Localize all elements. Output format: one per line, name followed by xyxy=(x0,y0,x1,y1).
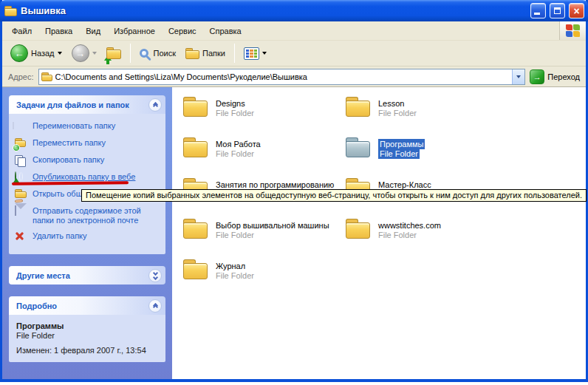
go-button[interactable]: → Переход xyxy=(530,69,580,84)
address-dropdown-button[interactable] xyxy=(512,69,524,84)
task-publish-folder-to-web[interactable]: Опубликовать папку в вебе xyxy=(15,172,163,183)
views-button[interactable] xyxy=(240,46,270,61)
other-places-panel: Другие места xyxy=(9,266,165,285)
folder-icon xyxy=(182,137,208,158)
close-icon: × xyxy=(573,6,579,16)
address-folder-icon xyxy=(41,72,52,81)
details-item-modified: Изменен: 1 февраля 2007 г., 13:54 xyxy=(16,346,158,355)
task-label[interactable]: Удалить папку xyxy=(33,231,87,241)
close-button[interactable]: × xyxy=(569,3,584,18)
task-label[interactable]: Переименовать папку xyxy=(33,121,115,131)
folders-label: Папки xyxy=(202,49,225,58)
folder-name: Мастер-Класс xyxy=(378,180,431,190)
folder-name: wwwstitches.com xyxy=(378,220,441,231)
folder-icon-selected xyxy=(345,137,371,158)
folder-name: Журнал xyxy=(216,261,254,271)
standard-toolbar: ← Назад → Поиск Папки xyxy=(2,41,586,67)
search-icon xyxy=(140,49,148,58)
task-delete-folder[interactable]: Удалить папку xyxy=(15,231,163,242)
back-label: Назад xyxy=(31,49,55,58)
folder-item-wwwstitches[interactable]: wwwstitches.comFile Folder xyxy=(345,219,586,259)
folders-button[interactable]: Папки xyxy=(182,47,229,61)
menu-edit[interactable]: Правка xyxy=(38,27,79,35)
details-panel: Подробно Программы File Folder Изменен: … xyxy=(9,296,165,362)
content-area: Задачи для файлов и папок Переименовать … xyxy=(2,87,586,379)
toolbar-separator xyxy=(234,44,235,63)
folder-icon xyxy=(182,97,208,117)
folder-item-vybor-mashiny[interactable]: Выбор вышивальной машиныFile Folder xyxy=(182,219,345,259)
task-pane: Задачи для файлов и папок Переименовать … xyxy=(2,87,172,379)
windows-logo-icon xyxy=(566,24,580,37)
task-email-folder[interactable]: Отправить содержимое этой папки по элект… xyxy=(15,206,163,225)
menu-tools[interactable]: Сервис xyxy=(162,27,203,35)
back-button[interactable]: ← Назад xyxy=(7,43,66,64)
file-list-area[interactable]: DesignsFile Folder Моя РаботаFile Folder… xyxy=(172,87,586,379)
details-item-name: Программы xyxy=(16,321,158,330)
move-folder-icon: → xyxy=(15,138,27,149)
details-item-type: File Folder xyxy=(16,331,158,340)
folder-icon xyxy=(182,259,208,280)
forward-button[interactable]: → xyxy=(68,43,100,64)
address-input[interactable]: C:\Documents and Settings\Liza\My Docume… xyxy=(38,69,526,85)
menu-favorites[interactable]: Избранное xyxy=(107,27,162,35)
up-button[interactable] xyxy=(103,46,125,61)
folder-type: File Folder xyxy=(216,231,329,240)
folder-item-programmy-selected[interactable]: ПрограммыFile Folder xyxy=(345,137,586,178)
address-value[interactable]: C:\Documents and Settings\Liza\My Docume… xyxy=(55,72,510,81)
collapse-button[interactable] xyxy=(148,299,162,313)
file-tasks-title: Задачи для файлов и папок xyxy=(16,100,129,109)
other-places-title: Другие места xyxy=(16,271,70,280)
task-label[interactable]: Опубликовать папку в вебе xyxy=(33,172,135,182)
task-label[interactable]: Отправить содержимое этой папки по элект… xyxy=(33,206,145,225)
tooltip: Помещение копий выбранных элементов на о… xyxy=(81,189,587,202)
menu-view[interactable]: Вид xyxy=(79,27,107,35)
details-body: Программы File Folder Изменен: 1 февраля… xyxy=(9,315,165,362)
task-label[interactable]: Скопировать папку xyxy=(33,155,104,165)
file-tasks-panel: Задачи для файлов и папок Переименовать … xyxy=(9,95,165,254)
go-icon: → xyxy=(530,69,544,84)
delete-icon xyxy=(15,231,27,242)
folder-type: File Folder xyxy=(216,149,261,159)
task-label[interactable]: Переместить папку xyxy=(33,138,106,148)
minimize-icon xyxy=(534,13,540,15)
folder-item-zhurnal[interactable]: ЖурналFile Folder xyxy=(182,259,345,300)
task-move-folder[interactable]: → Переместить папку xyxy=(15,138,163,149)
window-folder-icon xyxy=(4,6,17,16)
folder-name: Designs xyxy=(216,98,254,109)
menu-file[interactable]: Файл xyxy=(5,27,38,35)
back-dropdown-icon[interactable] xyxy=(58,52,62,55)
folder-item-moya-rabota[interactable]: Моя РаботаFile Folder xyxy=(182,137,345,178)
views-dropdown-icon[interactable] xyxy=(262,52,267,55)
menu-bar: Файл Правка Вид Избранное Сервис Справка xyxy=(2,21,586,41)
forward-icon: → xyxy=(72,44,89,62)
minimize-button[interactable] xyxy=(530,3,546,18)
collapse-button[interactable] xyxy=(148,98,162,112)
folder-item-designs[interactable]: DesignsFile Folder xyxy=(182,97,345,137)
task-copy-folder[interactable]: Скопировать папку xyxy=(15,155,163,166)
folder-name: Моя Работа xyxy=(216,139,261,149)
title-bar[interactable]: Вышивка × xyxy=(0,0,588,21)
copy-icon xyxy=(15,155,27,166)
search-label: Поиск xyxy=(154,49,176,58)
window-title: Вышивка xyxy=(21,5,527,16)
search-button[interactable]: Поиск xyxy=(136,47,180,59)
views-icon xyxy=(244,47,259,60)
maximize-button[interactable] xyxy=(550,3,565,18)
rename-icon xyxy=(15,121,27,132)
expand-button[interactable] xyxy=(148,269,162,282)
address-bar: Адрес: C:\Documents and Settings\Liza\My… xyxy=(2,67,586,87)
folders-icon xyxy=(185,48,199,59)
folder-type: File Folder xyxy=(216,271,254,281)
folder-name: Программы xyxy=(378,139,425,149)
email-icon xyxy=(15,206,27,217)
details-header[interactable]: Подробно xyxy=(9,296,165,315)
file-tasks-header[interactable]: Задачи для файлов и папок xyxy=(9,95,165,114)
folder-item-lesson[interactable]: LessonFile Folder xyxy=(345,97,586,137)
forward-dropdown-icon xyxy=(92,52,97,55)
folder-type: File Folder xyxy=(216,109,254,118)
folder-icon xyxy=(345,219,371,239)
menu-help[interactable]: Справка xyxy=(203,27,248,35)
folder-icon xyxy=(345,97,371,117)
other-places-header[interactable]: Другие места xyxy=(9,266,165,285)
task-rename-folder[interactable]: Переименовать папку xyxy=(15,121,163,132)
